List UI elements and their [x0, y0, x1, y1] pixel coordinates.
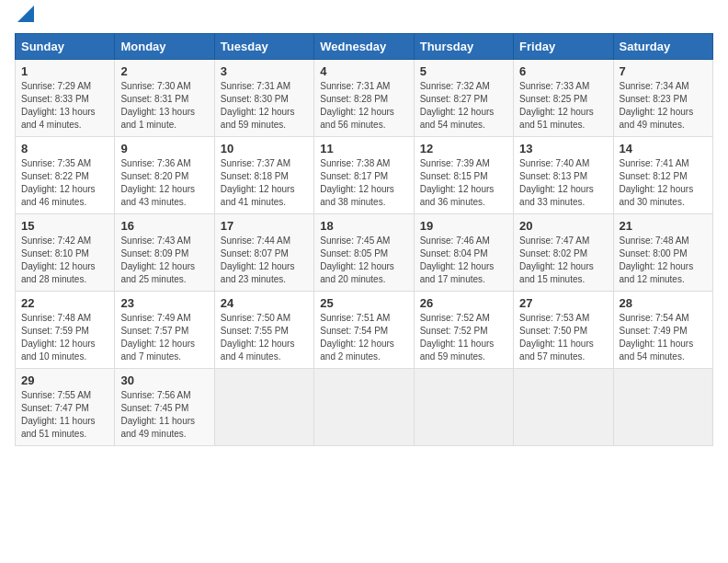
day-number: 13 — [519, 142, 607, 155]
day-number: 6 — [519, 64, 607, 78]
cell-text: Sunrise: 7:38 AMSunset: 8:17 PMDaylight:… — [320, 157, 407, 209]
calendar-cell: 15Sunrise: 7:42 AMSunset: 8:10 PMDayligh… — [16, 214, 115, 292]
col-header-wednesday: Wednesday — [314, 34, 414, 60]
calendar-cell: 10Sunrise: 7:37 AMSunset: 8:18 PMDayligh… — [214, 137, 313, 214]
day-number: 2 — [120, 64, 208, 78]
logo-triangle-icon — [17, 6, 34, 22]
calendar-cell — [414, 369, 513, 446]
cell-text: Sunrise: 7:45 AMSunset: 8:05 PMDaylight:… — [320, 235, 407, 286]
calendar-cell: 23Sunrise: 7:49 AMSunset: 7:57 PMDayligh… — [115, 292, 214, 369]
page-header — [15, 15, 713, 22]
day-number: 10 — [221, 142, 308, 155]
day-number: 11 — [320, 142, 407, 155]
calendar-cell: 2Sunrise: 7:30 AMSunset: 8:31 PMDaylight… — [115, 60, 214, 137]
day-number: 19 — [420, 219, 507, 233]
day-number: 8 — [21, 142, 108, 155]
calendar-cell: 17Sunrise: 7:44 AMSunset: 8:07 PMDayligh… — [214, 214, 313, 292]
cell-text: Sunrise: 7:46 AMSunset: 8:04 PMDaylight:… — [420, 235, 507, 286]
day-number: 17 — [221, 219, 308, 233]
calendar-cell: 19Sunrise: 7:46 AMSunset: 8:04 PMDayligh… — [414, 214, 513, 292]
svg-marker-0 — [17, 6, 34, 22]
calendar-cell: 6Sunrise: 7:33 AMSunset: 8:25 PMDaylight… — [514, 60, 613, 137]
calendar-week-5: 29Sunrise: 7:55 AMSunset: 7:47 PMDayligh… — [16, 369, 713, 446]
calendar-cell: 16Sunrise: 7:43 AMSunset: 8:09 PMDayligh… — [115, 214, 214, 292]
cell-text: Sunrise: 7:44 AMSunset: 8:07 PMDaylight:… — [221, 235, 308, 286]
cell-text: Sunrise: 7:48 AMSunset: 7:59 PMDaylight:… — [21, 312, 108, 363]
col-header-monday: Monday — [115, 34, 214, 60]
cell-text: Sunrise: 7:56 AMSunset: 7:45 PMDaylight:… — [120, 389, 208, 441]
calendar-cell: 24Sunrise: 7:50 AMSunset: 7:55 PMDayligh… — [214, 292, 313, 369]
cell-text: Sunrise: 7:55 AMSunset: 7:47 PMDaylight:… — [21, 389, 108, 441]
cell-text: Sunrise: 7:47 AMSunset: 8:02 PMDaylight:… — [519, 235, 607, 286]
col-header-sunday: Sunday — [16, 34, 115, 60]
day-number: 9 — [120, 142, 208, 155]
calendar-cell: 14Sunrise: 7:41 AMSunset: 8:12 PMDayligh… — [613, 137, 712, 214]
cell-text: Sunrise: 7:40 AMSunset: 8:13 PMDaylight:… — [519, 157, 607, 209]
calendar-cell — [314, 369, 414, 446]
col-header-tuesday: Tuesday — [214, 34, 313, 60]
calendar-cell: 20Sunrise: 7:47 AMSunset: 8:02 PMDayligh… — [514, 214, 613, 292]
calendar-cell: 29Sunrise: 7:55 AMSunset: 7:47 PMDayligh… — [16, 369, 115, 446]
day-number: 4 — [320, 64, 407, 78]
calendar-cell: 22Sunrise: 7:48 AMSunset: 7:59 PMDayligh… — [16, 292, 115, 369]
calendar-cell: 30Sunrise: 7:56 AMSunset: 7:45 PMDayligh… — [115, 369, 214, 446]
cell-text: Sunrise: 7:30 AMSunset: 8:31 PMDaylight:… — [120, 80, 208, 132]
cell-text: Sunrise: 7:31 AMSunset: 8:28 PMDaylight:… — [320, 80, 407, 132]
calendar-week-1: 1Sunrise: 7:29 AMSunset: 8:33 PMDaylight… — [16, 60, 713, 137]
cell-text: Sunrise: 7:53 AMSunset: 7:50 PMDaylight:… — [519, 312, 607, 363]
day-number: 14 — [620, 142, 707, 155]
col-header-friday: Friday — [514, 34, 613, 60]
calendar-cell: 25Sunrise: 7:51 AMSunset: 7:54 PMDayligh… — [314, 292, 414, 369]
day-number: 28 — [620, 296, 707, 310]
day-number: 29 — [21, 373, 108, 387]
day-number: 3 — [221, 64, 308, 78]
calendar-cell: 3Sunrise: 7:31 AMSunset: 8:30 PMDaylight… — [214, 60, 313, 137]
calendar-cell: 28Sunrise: 7:54 AMSunset: 7:49 PMDayligh… — [613, 292, 712, 369]
day-number: 23 — [120, 296, 208, 310]
day-number: 30 — [120, 373, 208, 387]
col-header-saturday: Saturday — [613, 34, 712, 60]
calendar-cell: 9Sunrise: 7:36 AMSunset: 8:20 PMDaylight… — [115, 137, 214, 214]
cell-text: Sunrise: 7:41 AMSunset: 8:12 PMDaylight:… — [620, 157, 707, 209]
cell-text: Sunrise: 7:50 AMSunset: 7:55 PMDaylight:… — [221, 312, 308, 363]
cell-text: Sunrise: 7:39 AMSunset: 8:15 PMDaylight:… — [420, 157, 507, 209]
calendar-cell: 4Sunrise: 7:31 AMSunset: 8:28 PMDaylight… — [314, 60, 414, 137]
calendar-cell: 27Sunrise: 7:53 AMSunset: 7:50 PMDayligh… — [514, 292, 613, 369]
calendar-cell: 7Sunrise: 7:34 AMSunset: 8:23 PMDaylight… — [613, 60, 712, 137]
day-number: 21 — [620, 219, 707, 233]
calendar-cell: 18Sunrise: 7:45 AMSunset: 8:05 PMDayligh… — [314, 214, 414, 292]
calendar-cell — [214, 369, 313, 446]
calendar-table: SundayMondayTuesdayWednesdayThursdayFrid… — [15, 33, 713, 446]
day-number: 12 — [420, 142, 507, 155]
calendar-week-4: 22Sunrise: 7:48 AMSunset: 7:59 PMDayligh… — [16, 292, 713, 369]
calendar-cell: 5Sunrise: 7:32 AMSunset: 8:27 PMDaylight… — [414, 60, 513, 137]
cell-text: Sunrise: 7:34 AMSunset: 8:23 PMDaylight:… — [620, 80, 707, 132]
day-number: 7 — [620, 64, 707, 78]
calendar-cell: 8Sunrise: 7:35 AMSunset: 8:22 PMDaylight… — [16, 137, 115, 214]
calendar-cell — [514, 369, 613, 446]
cell-text: Sunrise: 7:36 AMSunset: 8:20 PMDaylight:… — [120, 157, 208, 209]
day-number: 25 — [320, 296, 407, 310]
calendar-cell: 12Sunrise: 7:39 AMSunset: 8:15 PMDayligh… — [414, 137, 513, 214]
day-number: 18 — [320, 219, 407, 233]
calendar-week-3: 15Sunrise: 7:42 AMSunset: 8:10 PMDayligh… — [16, 214, 713, 292]
cell-text: Sunrise: 7:49 AMSunset: 7:57 PMDaylight:… — [120, 312, 208, 363]
cell-text: Sunrise: 7:31 AMSunset: 8:30 PMDaylight:… — [221, 80, 308, 132]
cell-text: Sunrise: 7:52 AMSunset: 7:52 PMDaylight:… — [420, 312, 507, 363]
cell-text: Sunrise: 7:29 AMSunset: 8:33 PMDaylight:… — [21, 80, 108, 132]
day-number: 1 — [21, 64, 108, 78]
day-number: 26 — [420, 296, 507, 310]
cell-text: Sunrise: 7:54 AMSunset: 7:49 PMDaylight:… — [620, 312, 707, 363]
calendar-cell — [613, 369, 712, 446]
day-number: 27 — [519, 296, 607, 310]
col-header-thursday: Thursday — [414, 34, 513, 60]
day-number: 5 — [420, 64, 507, 78]
cell-text: Sunrise: 7:42 AMSunset: 8:10 PMDaylight:… — [21, 235, 108, 286]
cell-text: Sunrise: 7:43 AMSunset: 8:09 PMDaylight:… — [120, 235, 208, 286]
cell-text: Sunrise: 7:48 AMSunset: 8:00 PMDaylight:… — [620, 235, 707, 286]
logo — [15, 15, 34, 22]
calendar-cell: 26Sunrise: 7:52 AMSunset: 7:52 PMDayligh… — [414, 292, 513, 369]
day-number: 24 — [221, 296, 308, 310]
day-number: 22 — [21, 296, 108, 310]
day-number: 15 — [21, 219, 108, 233]
